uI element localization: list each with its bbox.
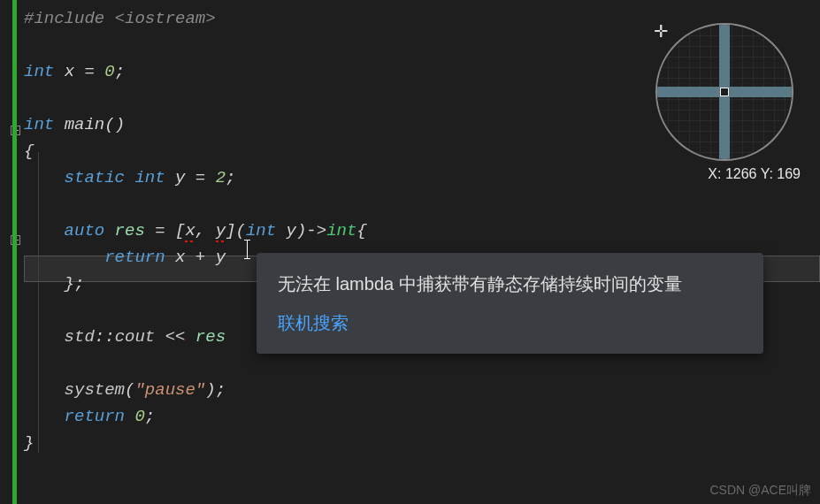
magnifier-center-pixel (720, 88, 729, 96)
code-line: } (24, 430, 820, 456)
error-tooltip: 无法在 lambda 中捕获带有静态存储持续时间的变量 联机搜索 (257, 253, 763, 354)
code-line: auto res = [x, y](int y)->int{ (24, 218, 820, 244)
search-online-link[interactable]: 联机搜索 (278, 311, 742, 334)
gutter (0, 0, 12, 504)
tooltip-message: 无法在 lambda 中捕获带有静态存储持续时间的变量 (278, 272, 742, 295)
crosshair-icon: ✛ (654, 16, 668, 44)
code-line: return 0; (24, 403, 820, 430)
code-line: static int y = 2; (24, 164, 820, 191)
pixel-coordinates: X: 1266 Y: 169 (708, 166, 801, 182)
pixel-magnifier (655, 23, 793, 161)
watermark: CSDN @ACE叫牌 (709, 483, 811, 499)
code-line: system("pause"); (24, 377, 820, 403)
text-cursor-icon (247, 240, 248, 259)
